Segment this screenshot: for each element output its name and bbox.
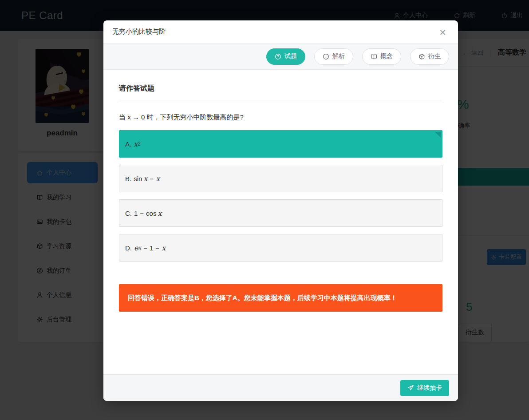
option-formula: 1−cosx [134,209,162,218]
app-page: PE Card 个人中心刷新退出 [0,0,529,420]
modal-title: 无穷小的比较与阶 [112,28,166,36]
option-C[interactable]: C.1−cosx [119,199,442,227]
question-circle-icon [275,53,281,60]
tab-解析[interactable]: 解析 [314,48,353,65]
modal-tab-strip: 试题解析概念衍生 [103,43,458,70]
section-divider [119,100,442,100]
tab-概念[interactable]: 概念 [362,48,401,65]
tab-label: 试题 [284,52,297,60]
tab-衍生[interactable]: 衍生 [410,48,449,65]
question-modal: 无穷小的比较与阶 × 试题解析概念衍生 请作答试题 当 x → 0 时，下列无穷… [103,20,458,401]
tab-label: 衍生 [428,52,441,60]
option-formula: ex−1−x [134,244,166,252]
info-circle-icon [323,53,329,60]
option-letter: C. [125,210,132,217]
continue-draw-button[interactable]: 继续抽卡 [400,380,449,396]
option-D[interactable]: D.ex−1−x [119,234,442,262]
option-formula: x2 [134,140,141,148]
cube-icon [418,53,425,60]
tab-试题[interactable]: 试题 [266,48,305,65]
option-letter: A. [125,140,131,148]
tab-label: 解析 [332,52,345,60]
modal-body: 请作答试题 当 x → 0 时，下列无穷小中阶数最高的是? A.x2B.sinx… [103,70,458,374]
modal-header: 无穷小的比较与阶 × [103,20,458,43]
open-book-icon [371,53,377,60]
options-list: A.x2B.sinx−xC.1−cosxD.ex−1−x [119,130,442,262]
modal-footer: 继续抽卡 [103,374,458,401]
question-text: 当 x → 0 时，下列无穷小中阶数最高的是? [119,113,442,122]
close-icon[interactable]: × [436,26,449,38]
option-formula: sinx−x [134,174,160,183]
tab-label: 概念 [380,52,393,60]
option-B[interactable]: B.sinx−x [119,165,442,192]
wrong-answer-alert: 回答错误，正确答案是B，您选择了A。您未能掌握本题，后续学习中本题将提高出现概率… [119,284,442,312]
option-letter: D. [125,244,132,252]
option-A[interactable]: A.x2 [119,130,442,158]
section-title: 请作答试题 [119,84,442,93]
send-icon [407,384,414,391]
option-letter: B. [125,175,131,182]
